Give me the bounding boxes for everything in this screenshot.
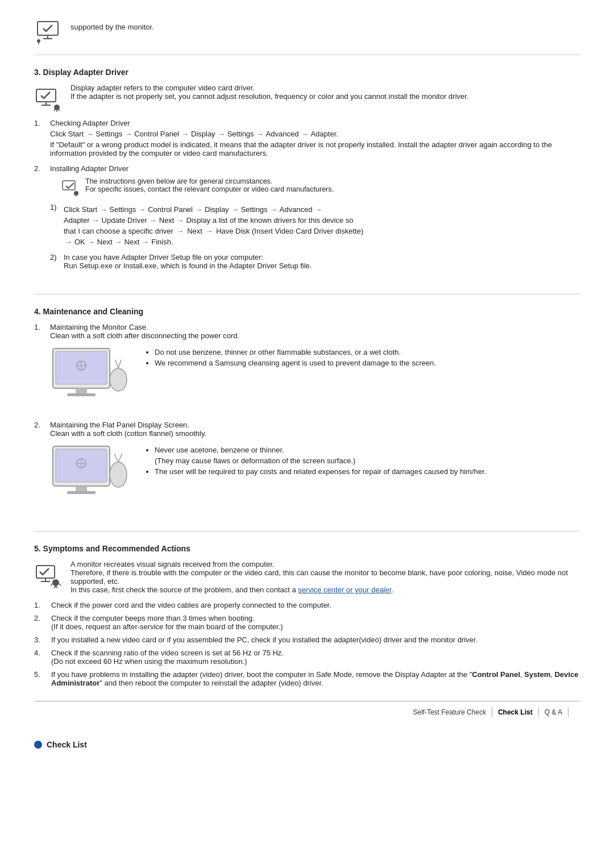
adapter-install-title: Installing Adapter Driver — [50, 164, 580, 173]
blue-dot-icon — [34, 741, 42, 749]
adapter-install-note1: The instructions given below are for gen… — [85, 177, 334, 185]
adapter-check-title: Checking Adapter Driver — [50, 119, 580, 127]
monitor-illustration-2 — [50, 443, 130, 506]
maintenance-item1-subtitle: Clean with a soft cloth after disconnect… — [50, 331, 580, 340]
adapter-install-flow1: Click Start→ Settings→ Control Panel→ Di… — [64, 205, 363, 214]
section-4: 4. Maintenance and Cleaning 1. Maintaini… — [34, 307, 580, 531]
adapter-check-desc: If "Default" or a wrong product model is… — [50, 140, 580, 157]
adapter-install-item: 2. Installing Adapter Driver — [34, 164, 580, 275]
svg-line-32 — [114, 454, 118, 462]
symptom-item-4: 4. Check if the scanning ratio of the vi… — [34, 649, 580, 666]
bullet-item: Never use acetone, benzene or thinner. — [155, 446, 486, 454]
section-5-title: 5. Symptoms and Recommended Actions — [34, 544, 580, 553]
maintenance-item1: 1. Maintaining the Monitor Case. Clean w… — [34, 323, 580, 414]
adapter-install-note2: For specific issues, contact the relevan… — [85, 185, 334, 193]
adapter-check-flow: Click Start → Settings → Control Panel →… — [50, 130, 580, 138]
svg-rect-20 — [67, 393, 96, 396]
section-3-intro-text: Display adapter refers to the computer v… — [70, 84, 468, 101]
adapter-install-flow3: → OK→ Next→ Next→ Finish. — [64, 238, 363, 246]
svg-rect-14 — [63, 181, 75, 190]
adapter-install-sub2: 2) In case you have Adapter Driver Setup… — [50, 253, 580, 270]
maintenance-item1-content: Do not use benzene, thinner or other fla… — [50, 346, 580, 408]
svg-rect-0 — [38, 22, 58, 35]
nav-self-test[interactable]: Self-Test Feature Check — [407, 707, 492, 717]
service-center-link[interactable]: service center or your dealer — [298, 585, 391, 594]
svg-line-43 — [56, 586, 57, 588]
symptom-item-1: 1. Check if the power cord and the video… — [34, 601, 580, 609]
symptom-item-3: 3. If you installed a new video card or … — [34, 636, 580, 644]
footer-title: Check List — [47, 740, 87, 749]
adapter-check-item: 1. Checking Adapter Driver Click Start →… — [34, 119, 580, 157]
nav-qa[interactable]: Q & A — [539, 707, 569, 717]
svg-rect-19 — [76, 388, 87, 394]
top-section: supported by the monitor. — [34, 11, 580, 55]
maintenance-item2-title: Maintaining the Flat Panel Display Scree… — [50, 421, 580, 429]
maintenance-item2: 2. Maintaining the Flat Panel Display Sc… — [34, 421, 580, 512]
svg-rect-30 — [67, 491, 96, 494]
section-5-icon — [34, 561, 61, 588]
symptom-item-5: 5. If you have problems in installing th… — [34, 670, 580, 687]
svg-point-4 — [37, 39, 40, 43]
monitor-illustration-1 — [50, 346, 130, 408]
maintenance-item1-bullets: Do not use benzene, thinner or other fla… — [143, 348, 436, 369]
bullet-item: (They may cause flaws or deformation of … — [144, 456, 486, 465]
svg-line-22 — [115, 360, 118, 368]
adapter-install-note: The instructions given below are for gen… — [61, 177, 580, 198]
svg-point-41 — [52, 579, 59, 586]
svg-line-44 — [51, 584, 52, 585]
adapter-install-sub1: 1) Click Start→ Settings→ Control Panel→… — [50, 203, 580, 248]
symptom-item-2: 2. Check if the computer beeps more than… — [34, 614, 580, 631]
svg-line-23 — [118, 360, 121, 368]
bullet-item: We recommend a Samsung cleansing agent i… — [155, 359, 436, 367]
section-5-intro: A monitor recreates visual signals recei… — [34, 560, 580, 594]
svg-point-15 — [74, 191, 78, 196]
page: supported by the monitor. 3. Display Ada… — [0, 0, 614, 772]
nav-check-list[interactable]: Check List — [492, 707, 539, 717]
top-icon — [34, 17, 61, 44]
bottom-nav: Self-Test Feature Check Check List Q & A — [34, 701, 580, 717]
svg-point-31 — [110, 462, 127, 487]
maintenance-item2-content: Never use acetone, benzene or thinner. (… — [50, 443, 580, 506]
section-5-list: 1. Check if the power cord and the video… — [34, 601, 580, 687]
section-3: 3. Display Adapter Driver Display adapte… — [34, 68, 580, 294]
svg-rect-29 — [76, 486, 87, 492]
section-3-icon — [34, 85, 61, 112]
svg-line-12 — [54, 109, 55, 111]
section-4-title: 4. Maintenance and Cleaning — [34, 307, 580, 316]
section-3-title: 3. Display Adapter Driver — [34, 68, 580, 77]
bullet-item: Do not use benzene, thinner or other fla… — [155, 348, 436, 356]
adapter-install-flow2: Adapter→ Update Driver→ Next→ Display a … — [64, 216, 363, 225]
section-5: 5. Symptoms and Recommended Actions A — [34, 544, 580, 730]
footer: Check List — [34, 740, 580, 749]
maintenance-item2-subtitle: Clean with a soft cloth (cotton flannel)… — [50, 429, 580, 438]
top-text: supported by the monitor. — [70, 17, 154, 31]
maintenance-item2-bullets: Never use acetone, benzene or thinner. (… — [143, 446, 486, 478]
section-5-intro-text: A monitor recreates visual signals recei… — [70, 560, 580, 594]
svg-line-13 — [59, 109, 60, 111]
nav-extra — [569, 711, 580, 713]
svg-point-21 — [110, 368, 127, 391]
svg-line-45 — [59, 584, 61, 585]
svg-line-33 — [118, 454, 122, 462]
bullet-item: The user will be required to pay costs a… — [155, 467, 486, 476]
maintenance-item1-title: Maintaining the Monitor Case. — [50, 323, 580, 331]
section-3-intro: Display adapter refers to the computer v… — [34, 84, 580, 112]
